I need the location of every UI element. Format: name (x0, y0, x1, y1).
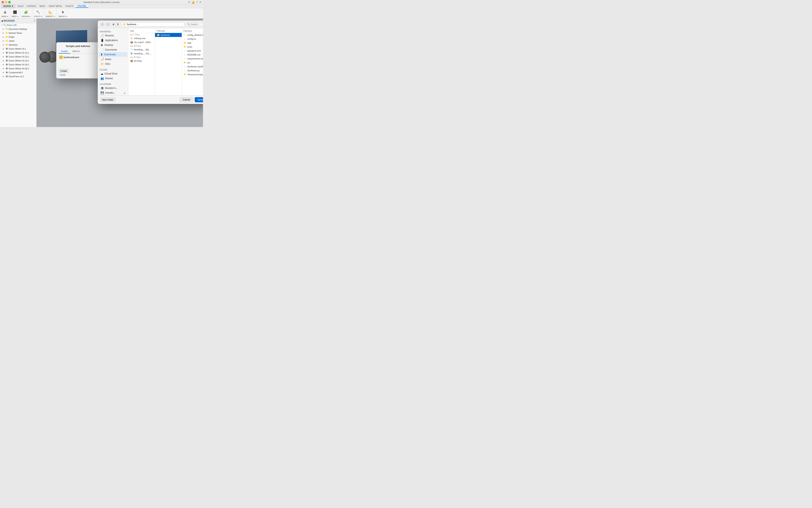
file-label: requirements.txt (187, 57, 203, 60)
toolbar-add-ins[interactable]: 🧩 ADD-INS (20, 8, 32, 18)
sidebar-item-autodes[interactable]: 💾 Autodes... ⏏ (98, 90, 127, 95)
search-input[interactable] (191, 23, 203, 26)
tab-solid[interactable]: SOLID (16, 5, 25, 8)
browser-item-wheel-1[interactable]: ▶ ⚙ Dozer Wheel v5:1 (0, 47, 36, 51)
browser-item-sketches[interactable]: ▶ 📁 Sketches (0, 43, 36, 47)
file-item-requirements[interactable]: ○ requirements.txt (182, 57, 203, 60)
file-item-temporary-output[interactable]: 📁 TemporaryOutput › (182, 73, 203, 77)
notification-icon[interactable]: 🔔 (191, 1, 195, 4)
sidebar-item-shared[interactable]: 👥 Shared (98, 76, 127, 81)
toolbar-inspect[interactable]: 📐 INSPECT (44, 8, 57, 18)
design-button[interactable]: DESIGN ▼ (2, 5, 15, 8)
utility-label[interactable]: UTILITY (34, 15, 42, 17)
open-button[interactable]: Open (195, 97, 203, 102)
tab-mesh[interactable]: MESH (38, 5, 47, 8)
browser-item-doc-settings[interactable]: ▶ 📁 Document Settings (0, 27, 36, 31)
browser-item-named-views[interactable]: ▶ 📁 Named Views (0, 31, 36, 35)
add-ins-label[interactable]: ADD-INS (21, 15, 31, 17)
section-older: ous 30 Days (128, 55, 155, 59)
file-item-logs[interactable]: 📁 logs › (182, 41, 203, 45)
tab-scripts[interactable]: Scripts (59, 49, 70, 53)
tab-add-ins[interactable]: Add-Ins (70, 49, 82, 53)
traffic-lights[interactable] (2, 1, 11, 3)
create-button[interactable]: Create (59, 69, 69, 73)
arrow: ▶ (3, 36, 5, 38)
list-view-button[interactable]: ☰ (116, 23, 120, 26)
file-item-proto[interactable]: 📁 proto › (182, 45, 203, 49)
close-app-icon[interactable]: ✕ (199, 1, 201, 4)
sidebar-item-downloads[interactable]: ⬇ Downloads (98, 52, 127, 57)
file-item-setup[interactable]: ⚙ mSetup.exe (128, 36, 155, 40)
browser-item-joints[interactable]: ▶ 📁 Joints (0, 39, 36, 43)
toolbar-utility[interactable]: 🔧 UTILITY (32, 8, 44, 18)
file-item-col1-2[interactable]: 🗜 hesisExp_...OS_Feb24.zip (128, 51, 155, 55)
search-box[interactable]: 🔍 (186, 23, 203, 26)
file-item-synthesis-selected[interactable]: 📁 Synthesis › (155, 33, 181, 37)
detail-button[interactable]: + Detail (59, 74, 97, 76)
file-icon: ○ (183, 57, 187, 60)
file-label: pyproject.toml (187, 50, 203, 52)
sidebar-item-brandon[interactable]: 💻 Brandon's... (98, 86, 127, 90)
file-item-dmg[interactable]: 📦 Lib_macO...2024.3.2.dmg (128, 40, 155, 44)
script-item-1[interactable]: JS SynthesisExport (59, 55, 97, 59)
help-icon[interactable]: ? (196, 1, 198, 4)
arrow: ▶ (3, 72, 5, 74)
select-label[interactable]: SELECT (58, 15, 67, 17)
back-button[interactable]: ‹ (100, 22, 104, 27)
browser-item-dozerface[interactable]: ▶ ⚙ DozerFace v2:1 (0, 75, 36, 78)
tab-surface[interactable]: SURFACE (25, 5, 38, 8)
browser-item-wheel-3[interactable]: ▶ ⚙ Dozer Wheel v5 (2):1 (0, 55, 36, 59)
browser-item-wheel-5[interactable]: ▶ ⚙ Dozer Wheel v5 (4):1 (0, 62, 36, 67)
browser-item-wheel-2[interactable]: ▶ ⚙ Dozer Wheel v5 (1):1 (0, 51, 36, 55)
column-view-button[interactable]: ⊞ (111, 23, 116, 26)
browser-collapse-icon[interactable]: ◀ (1, 20, 3, 22)
sidebar-item-applications[interactable]: 📱 Applications (98, 38, 127, 43)
address-dropdown-icon[interactable]: ⌄ (137, 23, 139, 26)
file-item-readme[interactable]: ○ README.md (182, 53, 203, 57)
close-button[interactable] (2, 1, 4, 3)
address-folder-icon: 📁 (123, 23, 126, 26)
file-item-src[interactable]: 📁 src › (182, 60, 203, 65)
toolbar-nest[interactable]: ⬛ NEST (10, 8, 20, 18)
file-item-col1-1[interactable]: 📄 hesisExp_...MacOS_Feb24 › (128, 48, 155, 51)
new-folder-button[interactable]: New Folder (100, 97, 116, 102)
file-label: TemporaryOutput (187, 73, 203, 76)
make-label[interactable]: MAKE (2, 15, 8, 17)
component-icon: ⚙ (5, 59, 8, 62)
eject-icon[interactable]: ⏏ (124, 92, 125, 94)
minimize-button[interactable] (5, 1, 7, 3)
sidebar-item-recents[interactable]: 🕐 Recents (98, 33, 127, 38)
tab-utilities[interactable]: UTILITIES (76, 5, 88, 8)
browser-item-wheel-6[interactable]: ▶ ⚙ Dozer Wheel v5 (5):1 (0, 67, 36, 71)
toolbar-make[interactable]: 🖨 MAKE (0, 8, 10, 18)
maximize-button[interactable] (8, 1, 11, 3)
file-label: hesisExp_...MacOS_Feb24 (134, 48, 152, 51)
sidebar-item-osu[interactable]: 📁 OSU (98, 61, 127, 67)
file-item-config[interactable]: ○ config.ini (182, 37, 203, 41)
tab-sheet-metal[interactable]: SHEET METAL (47, 5, 64, 8)
browser-root-item[interactable]: ▼ 🔧 Dozer v35 (0, 23, 36, 27)
sidebar-item-documents[interactable]: 📄 Documents (98, 47, 127, 52)
nest-label[interactable]: NEST (12, 15, 18, 17)
file-item-synthesis-manifest[interactable]: ○ Synthesis.manifest (182, 65, 203, 69)
tab-plastic[interactable]: PLASTIC (64, 5, 76, 8)
file-item-ker[interactable]: 📦 ker.dmg (128, 59, 155, 63)
file-item-config-default[interactable]: ○ config_default.ini (182, 33, 203, 37)
viewport[interactable]: LEFT FRONT X Y Z Scripts and Add-Ins Scr… (37, 18, 203, 127)
browser-item-component4[interactable]: ▶ ⚙ Component4:1 (0, 71, 36, 75)
inspect-label[interactable]: INSPECT (46, 15, 55, 17)
browser-item-wheel-4[interactable]: ▶ ⚙ Dozer Wheel v5 (3):1 (0, 59, 36, 62)
file-item-pyproject[interactable]: ○ pyproject.toml (182, 49, 203, 53)
toolbar-select[interactable]: 🖱 SELECT (57, 8, 69, 18)
cancel-button[interactable]: Cancel (180, 97, 193, 102)
synthesis-label: Synthesis (161, 34, 179, 36)
sidebar-item-notes[interactable]: 📝 Notes (98, 57, 127, 61)
file-item-synthesis-py[interactable]: ○ Synthesis.py (182, 69, 203, 73)
icloud-label: iCloud (98, 68, 128, 71)
share-icon[interactable]: ⎙ (188, 1, 190, 4)
forward-button[interactable]: › (106, 22, 110, 27)
sidebar-item-desktop[interactable]: 🖥 Desktop (98, 43, 127, 47)
browser-item-origin[interactable]: ▶ 📁 Origin (0, 35, 36, 39)
sidebar-item-icloud-drive[interactable]: ☁ iCloud Drive (98, 71, 127, 76)
browser-options-icon[interactable]: ≡ (34, 19, 35, 22)
